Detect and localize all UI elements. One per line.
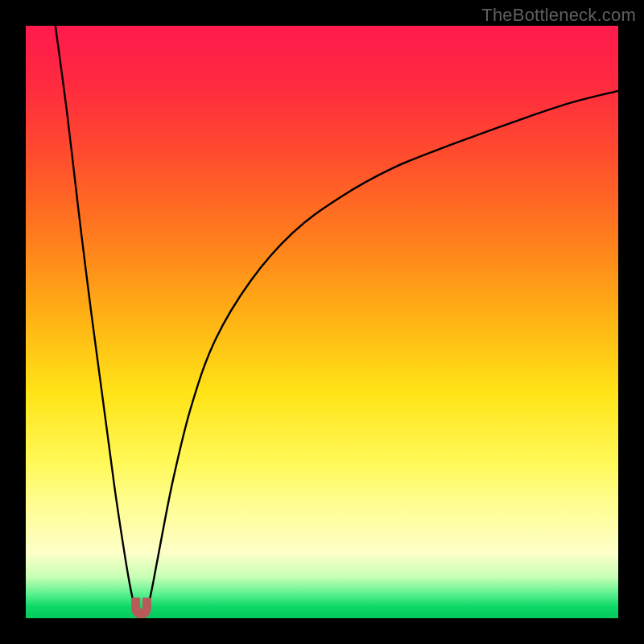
chart-outer-frame: TheBottleneck.com xyxy=(0,0,644,644)
watermark-text: TheBottleneck.com xyxy=(481,5,636,26)
bottom-marker-layer xyxy=(26,26,618,618)
plot-area xyxy=(26,26,618,618)
bottom-u-marker xyxy=(132,598,151,618)
